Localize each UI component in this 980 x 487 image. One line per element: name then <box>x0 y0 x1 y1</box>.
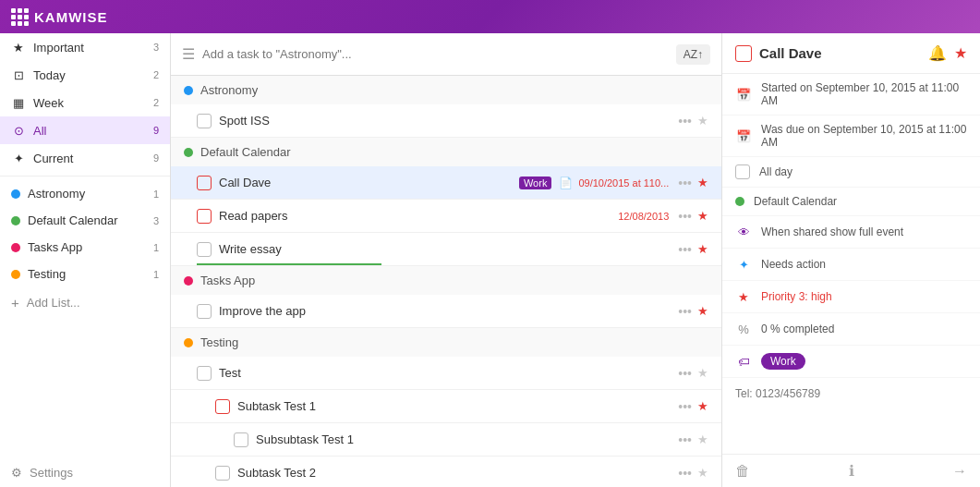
sidebar-item-all[interactable]: ⊙ All 9 <box>0 116 170 144</box>
astronomy-dot <box>11 189 20 199</box>
task-label-write-essay: Write essay <box>219 242 671 256</box>
task-meta-subtask-test-2: ••• ★ <box>678 466 708 481</box>
task-checkbox-spott-iss[interactable] <box>197 114 212 128</box>
sidebar-item-testing[interactable]: Testing 1 <box>0 261 170 287</box>
task-checkbox-subsubtask-test-1[interactable] <box>234 432 248 447</box>
star-subtask-test-2[interactable]: ★ <box>697 466 708 480</box>
task-label-spott-iss: Spott ISS <box>219 114 671 128</box>
star-call-dave[interactable]: ★ <box>697 176 708 189</box>
add-task-input[interactable] <box>202 47 669 61</box>
detail-checkbox[interactable] <box>735 45 752 62</box>
task-row-spott-iss[interactable]: Spott ISS ••• ★ <box>171 104 721 138</box>
sidebar-label-tasks-app: Tasks App <box>28 240 146 254</box>
task-checkbox-subtask-test-1[interactable] <box>215 399 230 414</box>
detail-title: Call Dave <box>759 45 921 61</box>
star-write-essay[interactable]: ★ <box>697 242 708 256</box>
star-subtask-test-1[interactable]: ★ <box>697 399 708 413</box>
detail-due-row: 📅 Was due on September 10, 2015 at 11:00… <box>722 116 980 157</box>
more-icon-test[interactable]: ••• <box>678 366 692 381</box>
more-icon-read-papers[interactable]: ••• <box>678 209 692 224</box>
task-date-call-dave: 09/10/2015 at 110... <box>578 177 669 189</box>
more-icon-spott-iss[interactable]: ••• <box>678 114 692 128</box>
sidebar-count-current: 9 <box>153 152 159 164</box>
task-row-subtask-test-1[interactable]: Subtask Test 1 ••• ★ <box>171 390 721 423</box>
star-read-papers[interactable]: ★ <box>697 209 708 223</box>
add-list-button[interactable]: + Add List... <box>0 287 170 318</box>
task-row-subtask-test-2[interactable]: Subtask Test 2 ••• ★ <box>171 457 721 487</box>
tasks-app-section-dot <box>184 276 193 286</box>
astronomy-section-label: Astronomy <box>200 83 258 97</box>
sidebar-label-testing: Testing <box>28 267 146 281</box>
right-header: Call Dave 🔔 ★ <box>722 33 980 74</box>
current-icon: ✦ <box>11 151 26 165</box>
detail-due: Was due on September 10, 2015 at 11:00 A… <box>761 123 967 149</box>
right-panel: Call Dave 🔔 ★ 📅 Started on September 10,… <box>721 33 980 487</box>
task-label-subtask-test-2: Subtask Test 2 <box>237 466 671 480</box>
more-icon-call-dave[interactable]: ••• <box>678 176 692 190</box>
settings-button[interactable]: ⚙ Settings <box>0 458 170 487</box>
sort-button[interactable]: AZ↑ <box>676 44 710 65</box>
task-meta-subsubtask-test-1: ••• ★ <box>678 432 708 447</box>
sidebar-label-current: Current <box>33 152 146 165</box>
all-day-checkbox[interactable] <box>735 164 750 179</box>
sidebar-label-week: Week <box>33 96 146 110</box>
arrow-icon[interactable]: → <box>952 463 967 480</box>
more-icon-subsubtask-test-1[interactable]: ••• <box>678 432 692 447</box>
bell-icon[interactable]: 🔔 <box>928 44 947 62</box>
sidebar-count-today: 2 <box>153 69 159 80</box>
task-row-call-dave[interactable]: Call Dave Work 📄 09/10/2015 at 110... ••… <box>171 166 721 200</box>
detail-notes: Tel: 0123/456789 <box>722 378 980 454</box>
task-checkbox-improve-app[interactable] <box>197 304 212 319</box>
task-checkbox-write-essay[interactable] <box>197 242 212 257</box>
detail-tag-row: 🏷 Work <box>722 346 980 378</box>
star-improve-app[interactable]: ★ <box>697 304 708 318</box>
sidebar-item-current[interactable]: ✦ Current 9 <box>0 144 170 172</box>
notes-text: Tel: 0123/456789 <box>735 387 820 400</box>
task-row-improve-app[interactable]: Improve the app ••• ★ <box>171 295 721 328</box>
sidebar-item-important[interactable]: ★ Important 3 <box>0 33 170 61</box>
sidebar-item-today[interactable]: ⊡ Today 2 <box>0 61 170 89</box>
task-checkbox-test[interactable] <box>197 366 212 381</box>
detail-completed: 0 % completed <box>761 323 834 335</box>
sidebar-item-default-calendar[interactable]: Default Calendar 3 <box>0 207 170 234</box>
more-icon-write-essay[interactable]: ••• <box>678 242 692 257</box>
detail-all-day-row: All day <box>722 157 980 188</box>
delete-icon[interactable]: 🗑 <box>735 463 750 480</box>
main-layout: ★ Important 3 ⊡ Today 2 ▦ Week 2 ⊙ All 9… <box>0 33 980 487</box>
app-logo: KAMWISE <box>11 8 108 26</box>
sidebar-item-astronomy[interactable]: Astronomy 1 <box>0 180 170 207</box>
info-icon[interactable]: ℹ <box>849 462 854 480</box>
add-task-bar: ☰ AZ↑ <box>171 33 721 76</box>
star-spott-iss[interactable]: ★ <box>697 114 708 128</box>
more-icon-subtask-test-1[interactable]: ••• <box>678 399 692 414</box>
more-icon-subtask-test-2[interactable]: ••• <box>678 466 692 481</box>
task-checkbox-read-papers[interactable] <box>197 209 212 224</box>
sidebar-count-testing: 1 <box>153 269 159 280</box>
star-subsubtask-test-1[interactable]: ★ <box>697 432 708 446</box>
needs-action-icon: ✦ <box>735 256 752 273</box>
detail-tag: Work <box>761 353 805 370</box>
star-icon: ★ <box>11 40 26 55</box>
detail-priority: Priority 3: high <box>761 290 832 303</box>
task-checkbox-call-dave[interactable] <box>197 176 212 190</box>
sidebar-label-today: Today <box>33 68 146 82</box>
task-checkbox-subtask-test-2[interactable] <box>215 466 230 481</box>
task-row-read-papers[interactable]: Read papers 12/08/2013 ••• ★ <box>171 200 721 233</box>
sidebar-item-week[interactable]: ▦ Week 2 <box>0 89 170 116</box>
task-row-write-essay[interactable]: Write essay ••• ★ <box>171 233 721 266</box>
star-test[interactable]: ★ <box>697 366 708 380</box>
task-row-test[interactable]: Test ••• ★ <box>171 357 721 390</box>
more-icon-improve-app[interactable]: ••• <box>678 304 692 319</box>
right-footer: 🗑 ℹ → <box>722 454 980 487</box>
hamburger-icon[interactable]: ☰ <box>182 45 195 63</box>
task-row-subsubtask-test-1[interactable]: Subsubtask Test 1 ••• ★ <box>171 423 721 457</box>
plus-icon: + <box>11 295 19 310</box>
all-icon: ⊙ <box>11 123 26 138</box>
today-icon: ⊡ <box>11 67 26 82</box>
default-calendar-section-dot <box>184 148 193 157</box>
settings-label: Settings <box>30 466 73 480</box>
sidebar-item-tasks-app[interactable]: Tasks App 1 <box>0 234 170 261</box>
detail-priority-row: ★ Priority 3: high <box>722 281 980 313</box>
sidebar-count-week: 2 <box>153 97 159 108</box>
star-detail-icon[interactable]: ★ <box>954 44 967 62</box>
